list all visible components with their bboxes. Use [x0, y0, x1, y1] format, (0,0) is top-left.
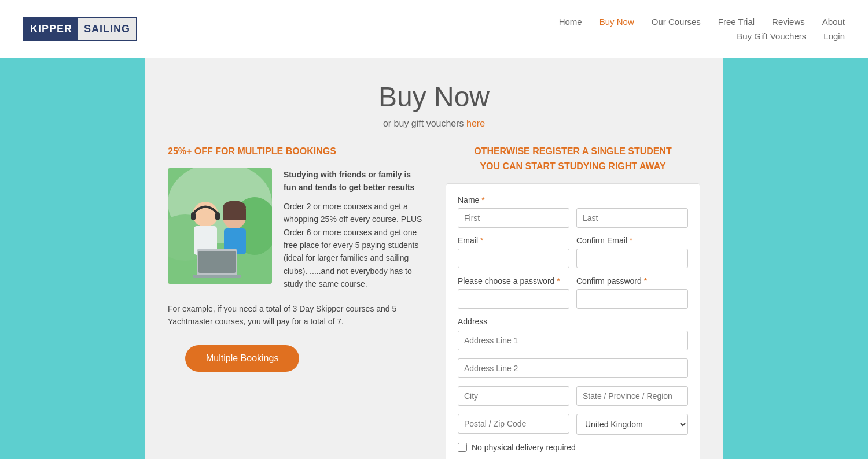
main-wrapper: Buy Now or buy gift vouchers here 25%+ O…: [145, 58, 723, 459]
no-delivery-label[interactable]: No physical delivery required: [472, 443, 576, 452]
svg-rect-6: [191, 212, 196, 220]
postal-group: [458, 414, 569, 435]
confirm-email-input[interactable]: [576, 249, 688, 268]
email-group: Email *: [458, 236, 569, 268]
address1-group: [458, 331, 688, 350]
nav-login[interactable]: Login: [823, 31, 845, 41]
nav-about[interactable]: About: [822, 17, 845, 27]
postal-input[interactable]: [458, 414, 569, 434]
nav-gift-vouchers[interactable]: Buy Gift Vouchers: [737, 31, 806, 41]
email-label: Email *: [458, 236, 569, 245]
password-label: Please choose a password *: [458, 276, 569, 286]
state-group: [576, 386, 688, 406]
content-grid: 25%+ OFF FOR MULTIPLE BOOKINGS: [168, 146, 700, 459]
logo-sailing: SAILING: [78, 18, 136, 40]
country-select[interactable]: United Kingdom United States Australia C…: [576, 414, 688, 435]
confirm-email-group: Confirm Email *: [576, 236, 688, 268]
promo-body: Studying with friends or family is fun a…: [168, 168, 422, 291]
address-label: Address: [458, 317, 688, 326]
promo-title: 25%+ OFF FOR MULTIPLE BOOKINGS: [168, 146, 422, 157]
no-delivery-checkbox[interactable]: [458, 443, 467, 452]
email-row: Email * Confirm Email *: [458, 236, 688, 268]
logo-kipper: KIPPER: [24, 18, 78, 40]
address-section: Address: [458, 317, 688, 435]
nav-our-courses[interactable]: Our Courses: [652, 17, 701, 27]
confirm-password-label: Confirm password *: [576, 276, 688, 286]
nav-home[interactable]: Home: [559, 17, 582, 27]
page-title: Buy Now: [168, 81, 700, 113]
registration-form: Name * Email *: [446, 183, 700, 459]
state-input[interactable]: [576, 386, 688, 406]
header: KIPPER SAILING Home Buy Now Our Courses …: [0, 0, 868, 58]
last-name-group: [576, 208, 688, 228]
name-section: Name *: [458, 195, 688, 228]
right-column: OTHERWISE REGISTER A SINGLE STUDENT YOU …: [446, 146, 700, 459]
promo-image: [168, 168, 272, 284]
register-subtitle: YOU CAN START STUDYING RIGHT AWAY: [446, 161, 700, 172]
address1-input[interactable]: [458, 331, 688, 350]
svg-rect-14: [193, 275, 241, 278]
city-input[interactable]: [458, 386, 569, 406]
city-state-row: [458, 386, 688, 406]
nav-reviews[interactable]: Reviews: [772, 17, 805, 27]
city-group: [458, 386, 569, 406]
svg-rect-7: [215, 212, 220, 220]
first-name-group: [458, 208, 569, 228]
no-delivery-row: No physical delivery required: [458, 443, 688, 452]
nav-buy-now[interactable]: Buy Now: [599, 17, 634, 27]
multiple-bookings-button[interactable]: Multiple Bookings: [185, 345, 299, 372]
subtitle: or buy gift vouchers here: [168, 119, 700, 129]
name-row: [458, 208, 688, 228]
svg-rect-11: [223, 209, 246, 220]
nav-container: Home Buy Now Our Courses Free Trial Revi…: [559, 17, 845, 41]
postal-country-row: United Kingdom United States Australia C…: [458, 414, 688, 435]
address2-input[interactable]: [458, 358, 688, 378]
country-group: United Kingdom United States Australia C…: [576, 414, 688, 435]
nav-free-trial[interactable]: Free Trial: [718, 17, 755, 27]
email-input[interactable]: [458, 249, 569, 268]
confirm-password-group: Confirm password *: [576, 276, 688, 309]
register-title: OTHERWISE REGISTER A SINGLE STUDENT: [446, 146, 700, 157]
password-group: Please choose a password *: [458, 276, 569, 309]
first-name-input[interactable]: [458, 208, 569, 228]
nav-top: Home Buy Now Our Courses Free Trial Revi…: [559, 17, 845, 27]
password-row: Please choose a password * Confirm passw…: [458, 276, 688, 309]
example-text: For example, if you need a total of 3 Da…: [168, 302, 422, 328]
subtitle-link[interactable]: here: [466, 119, 485, 128]
logo-container: KIPPER SAILING: [23, 17, 137, 41]
svg-rect-13: [198, 251, 236, 273]
subtitle-prefix: or buy gift vouchers: [383, 119, 466, 128]
nav-bottom: Buy Gift Vouchers Login: [737, 31, 845, 41]
address2-group: [458, 358, 688, 378]
confirm-email-label: Confirm Email *: [576, 236, 688, 245]
logo: KIPPER SAILING: [23, 17, 137, 41]
left-column: 25%+ OFF FOR MULTIPLE BOOKINGS: [168, 146, 422, 459]
confirm-password-input[interactable]: [576, 289, 688, 309]
name-label: Name *: [458, 195, 688, 205]
last-name-input[interactable]: [576, 208, 688, 228]
password-input[interactable]: [458, 289, 569, 309]
